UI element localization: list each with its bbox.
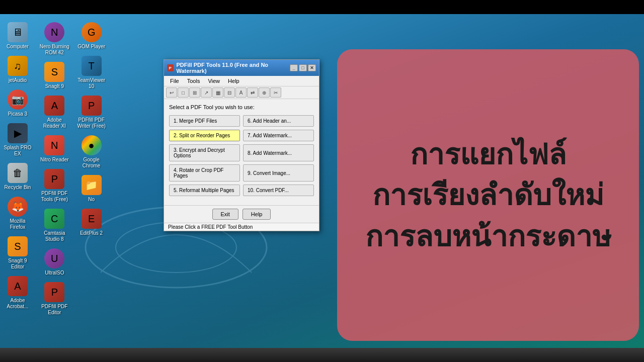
icon-label-mozilla: Mozilla Firefox — [2, 218, 33, 230]
titlebar-controls: _ □ ✕ — [290, 64, 316, 71]
icon-img-editplus: E — [82, 209, 102, 229]
icon-img-chrome: ● — [82, 135, 102, 155]
pdf-tool-buttons: 1. Merge PDF Files6. Add Header an...2. … — [169, 115, 314, 196]
toolbar-btn-3[interactable]: ⊞ — [189, 87, 200, 98]
desktop-icons: 🖥 Computer ♫ jetAudio 📷 Picasa 3 ▶ Splas… — [0, 19, 111, 331]
icon-label-chrome: Google Chrome — [76, 157, 107, 169]
desktop-icon-computer[interactable]: 🖥 Computer — [0, 19, 35, 53]
desktop-icon-teamviewer[interactable]: T TeamViewer 10 — [74, 53, 109, 93]
icon-label-pdffille: PDFfill PDF Editor — [39, 304, 70, 316]
desktop-icon-nero[interactable]: N Nero Burning ROM 42 — [37, 19, 72, 59]
icon-label-pdffill: PDFfill PDF Tools (Free) — [39, 191, 70, 203]
toolbar-btn-9[interactable]: ⊕ — [259, 87, 270, 98]
toolbar-btn-10[interactable]: ✂ — [270, 87, 281, 98]
desktop-icon-adobe-xi[interactable]: A Adobe Reader XI — [37, 93, 72, 132]
thai-overlay: การแยกไฟล์ การเรียงลำดับใหม่ การลบหน้ากร… — [337, 49, 639, 341]
icon-label-splash: Splash PRO EX — [2, 145, 33, 157]
desktop-icon-pdffille[interactable]: P PDFfill PDF Editor — [37, 279, 72, 319]
toolbar-btn-8[interactable]: ⇄ — [247, 87, 258, 98]
icon-img-splash: ▶ — [8, 123, 28, 143]
tool-button-btn10[interactable]: 10. Convert PDF... — [243, 185, 314, 196]
desktop-icon-mozilla[interactable]: 🦊 Mozilla Firefox — [0, 194, 35, 233]
icon-img-snagit2: S — [44, 62, 64, 82]
desktop-icon-adobe-acrobat[interactable]: A Adobe Acrobat... — [0, 273, 35, 313]
desktop-icon-picasa[interactable]: 📷 Picasa 3 — [0, 86, 35, 120]
pdf-menubar: FileToolsViewHelp — [164, 76, 319, 86]
desktop-icon-snagit2[interactable]: S SnagIt 9 — [37, 59, 72, 93]
desktop-icon-folder[interactable]: 📁 No — [74, 172, 109, 206]
desktop-icon-ultraiso[interactable]: U UltraISO — [37, 245, 72, 279]
desktop-icon-recycle[interactable]: 🗑 Recycle Bin — [0, 160, 35, 194]
pdf-window-title: PDFill PDF Tools 11.0 (Free and No Water… — [177, 62, 287, 74]
icon-label-gom: GOM Player — [77, 44, 105, 50]
tool-button-btn3[interactable]: 3. Encrypt and Decrypt Options — [169, 144, 240, 161]
pdf-statusbar: Please Click a FREE PDF Tool Button — [164, 223, 319, 231]
tool-button-btn7[interactable]: 7. Add Watermark... — [243, 130, 314, 141]
icon-label-jetaudio: jetAudio — [9, 77, 27, 83]
menu-item-help[interactable]: Help — [224, 77, 244, 85]
desktop-icon-camtasia[interactable]: C Camtasia Studio 8 — [37, 206, 72, 245]
menu-item-view[interactable]: View — [204, 77, 224, 85]
desktop-area: 🖥 Computer ♫ jetAudio 📷 Picasa 3 ▶ Splas… — [0, 14, 644, 348]
icon-label-snagit: SnagIt 9 Editor — [2, 258, 33, 270]
icon-img-pdffille: P — [44, 282, 64, 302]
desktop-icon-pdffill[interactable]: P PDFfill PDF Tools (Free) — [37, 166, 72, 206]
icon-img-computer: 🖥 — [8, 22, 28, 42]
toolbar-btn-1[interactable]: ↩ — [166, 87, 177, 98]
pdf-action-bar: ExitHelp — [164, 205, 319, 223]
desktop-icon-gom[interactable]: G GOM Player — [74, 19, 109, 53]
action-button-exit[interactable]: Exit — [212, 209, 238, 220]
icon-img-picasa: 📷 — [8, 89, 28, 110]
close-button[interactable]: ✕ — [308, 64, 316, 71]
desktop: 🖥 Computer ♫ jetAudio 📷 Picasa 3 ▶ Splas… — [0, 0, 644, 362]
menu-item-file[interactable]: File — [166, 77, 183, 85]
toolbar-btn-4[interactable]: ↗ — [201, 87, 212, 98]
tool-button-btn9[interactable]: 9. Convert Image... — [243, 164, 314, 182]
tool-button-btn4[interactable]: 4. Rotate or Crop PDF Pages — [169, 164, 240, 182]
desktop-icon-pdffillw[interactable]: P PDFfill PDF Writer (Free) — [74, 93, 109, 132]
menu-item-tools[interactable]: Tools — [183, 77, 204, 85]
icon-img-gom: G — [82, 22, 102, 42]
tool-button-btn5[interactable]: 5. Reformat Multiple Pages — [169, 185, 240, 196]
icon-label-teamviewer: TeamViewer 10 — [76, 77, 107, 89]
icon-label-editplus: EditPlus 2 — [80, 230, 103, 236]
pdf-app-icon: P — [167, 64, 174, 71]
icon-img-nitro: N — [44, 135, 64, 155]
tool-button-btn8[interactable]: 8. Add Watermark... — [243, 144, 314, 161]
tool-button-btn1[interactable]: 1. Merge PDF Files — [169, 115, 240, 127]
icon-img-teamviewer: T — [82, 56, 102, 76]
maximize-button[interactable]: □ — [299, 64, 307, 71]
tool-button-btn6[interactable]: 6. Add Header an... — [243, 115, 314, 127]
pdffill-window: P PDFill PDF Tools 11.0 (Free and No Wat… — [164, 59, 319, 231]
pdf-select-label: Select a PDF Tool you wish to use: — [169, 104, 314, 110]
icon-img-recycle: 🗑 — [8, 163, 28, 183]
thai-line2: การเรียงลำดับใหม่ — [365, 174, 611, 215]
icon-label-snagit2: SnagIt 9 — [45, 83, 64, 89]
toolbar-btn-7[interactable]: A — [235, 87, 247, 98]
desktop-icon-nitro[interactable]: N Nitro Reader — [37, 132, 72, 166]
icon-img-nero: N — [44, 22, 64, 42]
toolbar-btn-6[interactable]: ⊟ — [224, 87, 235, 98]
icon-img-camtasia: C — [44, 209, 64, 229]
desktop-icon-splash[interactable]: ▶ Splash PRO EX — [0, 120, 35, 160]
desktop-icon-jetaudio[interactable]: ♫ jetAudio — [0, 53, 35, 86]
action-button-help[interactable]: Help — [243, 209, 271, 220]
icon-label-camtasia: Camtasia Studio 8 — [39, 230, 70, 242]
icon-img-folder: 📁 — [82, 175, 102, 195]
toolbar-btn-5[interactable]: ▦ — [212, 87, 223, 98]
icon-label-nitro: Nitro Reader — [40, 157, 69, 163]
icon-img-jetaudio: ♫ — [8, 56, 28, 76]
tool-button-btn2[interactable]: 2. Split or Reorder Pages — [169, 130, 240, 141]
minimize-button[interactable]: _ — [290, 64, 298, 71]
desktop-icon-editplus[interactable]: E EditPlus 2 — [74, 206, 109, 239]
thai-text: การแยกไฟล์ การเรียงลำดับใหม่ การลบหน้ากร… — [365, 134, 611, 256]
icon-img-adobe-xi: A — [44, 96, 64, 116]
pdf-content: Select a PDF Tool you wish to use: 1. Me… — [164, 99, 319, 205]
icon-label-recycle: Recycle Bin — [5, 185, 31, 191]
desktop-icon-chrome[interactable]: ● Google Chrome — [74, 132, 109, 172]
toolbar-btn-2[interactable]: □ — [178, 87, 189, 98]
desktop-icon-snagit[interactable]: S SnagIt 9 Editor — [0, 233, 35, 273]
icon-img-snagit: S — [8, 236, 28, 256]
thai-line1: การแยกไฟล์ — [365, 134, 611, 174]
pdf-toolbar: ↩ □ ⊞ ↗ ▦ ⊟ A ⇄ ⊕ ✂ — [164, 86, 319, 99]
